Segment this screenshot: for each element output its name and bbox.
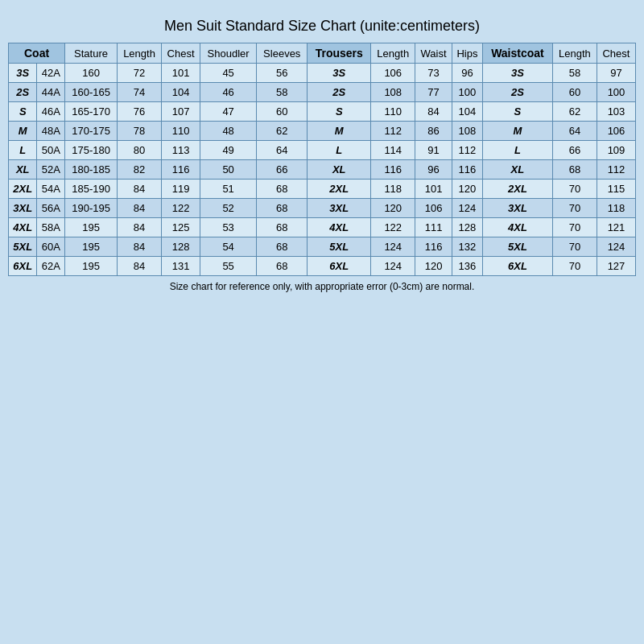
shoulder-val: 54 xyxy=(200,237,257,257)
length-val: 74 xyxy=(117,83,161,102)
w-chest-val: 118 xyxy=(597,199,635,218)
hips-val: 108 xyxy=(452,122,482,141)
w-chest-val: 106 xyxy=(597,122,635,141)
w-chest-val: 100 xyxy=(597,83,635,102)
stature-val: 165-170 xyxy=(65,102,118,122)
trousers-size: 2XL xyxy=(308,180,371,199)
hips-val: 120 xyxy=(452,180,482,199)
length-val: 78 xyxy=(117,122,161,141)
trousers-group-header: Trousers xyxy=(308,43,371,64)
shoulder-val: 49 xyxy=(200,141,257,160)
stature-val: 160-165 xyxy=(65,83,118,102)
trousers-size: S xyxy=(308,102,371,122)
hips-val: 112 xyxy=(452,141,482,160)
coat-code: 54A xyxy=(37,180,65,199)
chest-val: 125 xyxy=(162,218,200,237)
stature-val: 180-185 xyxy=(65,160,118,180)
coat-size: S xyxy=(9,102,37,122)
waistcoat-size: 6XL xyxy=(482,257,552,276)
coat-code: 46A xyxy=(37,102,65,122)
t-length-val: 116 xyxy=(371,160,415,180)
sleeves-val: 56 xyxy=(257,64,308,83)
chest-val: 110 xyxy=(162,122,200,141)
waist-val: 106 xyxy=(415,199,452,218)
w-chest-val: 124 xyxy=(597,237,635,257)
waistcoat-size: 2S xyxy=(482,83,552,102)
sleeves-val: 68 xyxy=(257,218,308,237)
chest-val: 107 xyxy=(162,102,200,122)
table-row: S46A165-170761074760S11084104S62103 xyxy=(9,102,636,122)
w-length-header: Length xyxy=(552,43,597,64)
trousers-size: 5XL xyxy=(308,237,371,257)
chest-val: 119 xyxy=(162,180,200,199)
sleeves-val: 68 xyxy=(257,199,308,218)
coat-size: L xyxy=(9,141,37,160)
coat-code: 52A xyxy=(37,160,65,180)
page-title: Men Suit Standard Size Chart (unite:cent… xyxy=(164,18,480,35)
waist-val: 84 xyxy=(415,102,452,122)
table-row: XL52A180-185821165066XL11696116XL68112 xyxy=(9,160,636,180)
table-row: 2XL54A185-1908411951682XL1181011202XL701… xyxy=(9,180,636,199)
coat-size: 4XL xyxy=(9,218,37,237)
coat-size: 2S xyxy=(9,83,37,102)
length-val: 72 xyxy=(117,64,161,83)
coat-code: 56A xyxy=(37,199,65,218)
t-length-val: 114 xyxy=(371,141,415,160)
chest-val: 116 xyxy=(162,160,200,180)
stature-val: 190-195 xyxy=(65,199,118,218)
table-row: 3XL56A190-1958412252683XL1201061243XL701… xyxy=(9,199,636,218)
coat-size: 3XL xyxy=(9,199,37,218)
chest-val: 113 xyxy=(162,141,200,160)
stature-val: 160 xyxy=(65,64,118,83)
trousers-size: M xyxy=(308,122,371,141)
shoulder-header: Shoudler xyxy=(200,43,257,64)
length-val: 84 xyxy=(117,257,161,276)
stature-val: 170-175 xyxy=(65,122,118,141)
shoulder-val: 46 xyxy=(200,83,257,102)
chest-val: 128 xyxy=(162,237,200,257)
coat-code: 60A xyxy=(37,237,65,257)
waistcoat-size: 2XL xyxy=(482,180,552,199)
waistcoat-group-header: Waistcoat xyxy=(482,43,552,64)
w-length-val: 70 xyxy=(552,237,597,257)
t-length-val: 124 xyxy=(371,237,415,257)
footer-note: Size chart for reference only, with appr… xyxy=(170,281,475,292)
shoulder-val: 52 xyxy=(200,199,257,218)
w-length-val: 70 xyxy=(552,218,597,237)
shoulder-val: 47 xyxy=(200,102,257,122)
w-length-val: 58 xyxy=(552,64,597,83)
sleeves-val: 66 xyxy=(257,160,308,180)
length-header: Length xyxy=(117,43,161,64)
w-length-val: 64 xyxy=(552,122,597,141)
hips-val: 116 xyxy=(452,160,482,180)
length-val: 84 xyxy=(117,237,161,257)
waistcoat-size: M xyxy=(482,122,552,141)
shoulder-val: 45 xyxy=(200,64,257,83)
coat-code: 62A xyxy=(37,257,65,276)
sleeves-val: 58 xyxy=(257,83,308,102)
trousers-size: 3S xyxy=(308,64,371,83)
hips-val: 104 xyxy=(452,102,482,122)
chest-val: 104 xyxy=(162,83,200,102)
t-length-val: 120 xyxy=(371,199,415,218)
sleeves-header: Sleeves xyxy=(257,43,308,64)
trousers-size: 2S xyxy=(308,83,371,102)
table-row: 3S42A1607210145563S10673963S5897 xyxy=(9,64,636,83)
hips-val: 100 xyxy=(452,83,482,102)
waistcoat-size: 4XL xyxy=(482,218,552,237)
coat-code: 50A xyxy=(37,141,65,160)
trousers-size: L xyxy=(308,141,371,160)
stature-val: 185-190 xyxy=(65,180,118,199)
waist-header: Waist xyxy=(415,43,452,64)
coat-size: 2XL xyxy=(9,180,37,199)
coat-size: 6XL xyxy=(9,257,37,276)
coat-code: 58A xyxy=(37,218,65,237)
shoulder-val: 51 xyxy=(200,180,257,199)
t-length-val: 122 xyxy=(371,218,415,237)
waistcoat-size: 3XL xyxy=(482,199,552,218)
t-length-header: Length xyxy=(371,43,415,64)
waistcoat-size: XL xyxy=(482,160,552,180)
hips-val: 128 xyxy=(452,218,482,237)
length-val: 76 xyxy=(117,102,161,122)
length-val: 82 xyxy=(117,160,161,180)
